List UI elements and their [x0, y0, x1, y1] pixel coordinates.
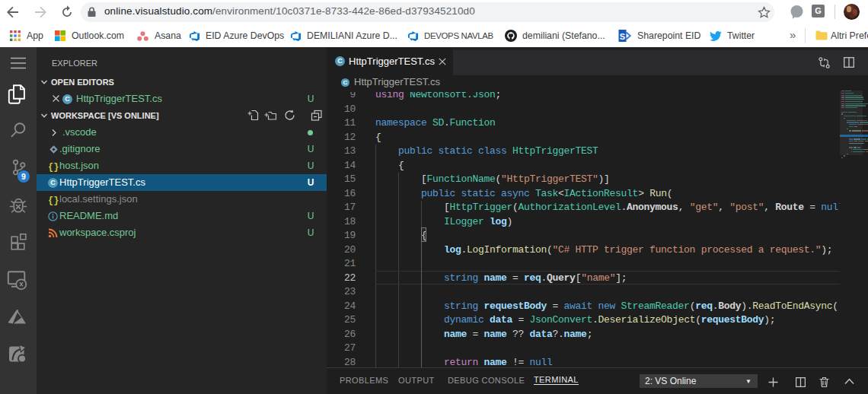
svg-text:S: S — [620, 32, 625, 41]
